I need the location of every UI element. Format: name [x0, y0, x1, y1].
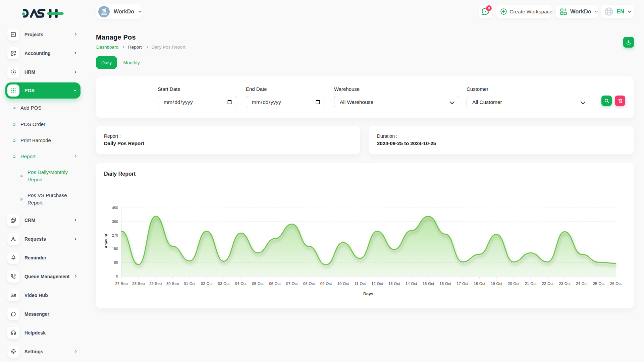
- svg-text:29-Sep: 29-Sep: [149, 282, 162, 286]
- svg-text:Days: Days: [363, 292, 373, 296]
- svg-text:25-Oct: 25-Oct: [593, 282, 605, 286]
- svg-text:Amount: Amount: [104, 234, 108, 248]
- svg-text:07-Oct: 07-Oct: [286, 282, 298, 286]
- svg-text:0: 0: [116, 274, 118, 278]
- svg-text:18-Oct: 18-Oct: [474, 282, 485, 286]
- svg-text:02-Oct: 02-Oct: [201, 282, 213, 286]
- svg-text:10-Oct: 10-Oct: [337, 282, 349, 286]
- svg-text:360: 360: [112, 220, 118, 224]
- svg-text:03-Oct: 03-Oct: [218, 282, 230, 286]
- svg-text:16-Oct: 16-Oct: [439, 282, 451, 286]
- svg-text:09-Oct: 09-Oct: [320, 282, 332, 286]
- svg-text:23-Oct: 23-Oct: [559, 282, 571, 286]
- svg-text:12-Oct: 12-Oct: [371, 282, 383, 286]
- svg-text:06-Oct: 06-Oct: [269, 282, 281, 286]
- svg-text:27-Sep: 27-Sep: [115, 282, 127, 286]
- svg-text:21-Oct: 21-Oct: [525, 282, 537, 286]
- svg-text:22-Oct: 22-Oct: [542, 282, 553, 286]
- svg-text:11-Oct: 11-Oct: [355, 282, 366, 286]
- svg-text:04-Oct: 04-Oct: [235, 282, 247, 286]
- svg-text:26-Oct: 26-Oct: [610, 282, 622, 286]
- svg-text:05-Oct: 05-Oct: [252, 282, 264, 286]
- svg-text:13-Oct: 13-Oct: [388, 282, 400, 286]
- svg-text:180: 180: [112, 247, 118, 251]
- svg-text:08-Oct: 08-Oct: [303, 282, 315, 286]
- svg-text:30-Sep: 30-Sep: [166, 282, 179, 286]
- svg-text:15-Oct: 15-Oct: [423, 282, 434, 286]
- svg-text:450: 450: [112, 206, 118, 210]
- svg-text:17-Oct: 17-Oct: [457, 282, 468, 286]
- svg-text:270: 270: [112, 233, 118, 237]
- svg-text:28-Sep: 28-Sep: [132, 282, 145, 286]
- svg-text:20-Oct: 20-Oct: [508, 282, 520, 286]
- svg-text:01-Oct: 01-Oct: [184, 282, 196, 286]
- svg-text:90: 90: [114, 260, 118, 264]
- svg-text:14-Oct: 14-Oct: [406, 282, 417, 286]
- svg-text:19-Oct: 19-Oct: [491, 282, 502, 286]
- svg-text:24-Oct: 24-Oct: [576, 282, 588, 286]
